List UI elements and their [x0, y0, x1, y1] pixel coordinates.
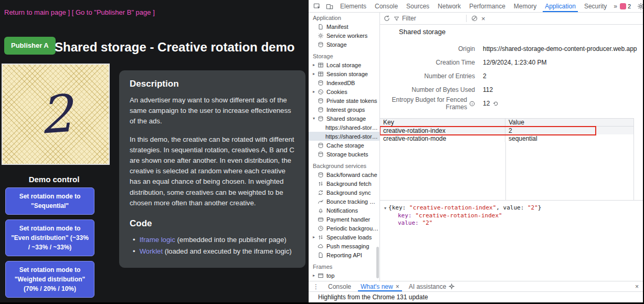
ai-spark-icon — [449, 284, 455, 289]
reset-budget-icon[interactable] — [493, 101, 499, 107]
set-even-distribution-button[interactable]: Set rotation mode to "Even distribution"… — [5, 219, 94, 256]
table-column-divider — [505, 142, 506, 200]
publisher-a-badge: Publisher A — [4, 37, 56, 55]
sidebar-item-local-storage[interactable]: ▸ Local storage — [309, 60, 379, 69]
sidebar-scrollbar[interactable] — [376, 247, 379, 278]
worklet-link[interactable]: Worklet — [140, 247, 163, 255]
sidebar-item-storage-buckets[interactable]: Storage buckets — [309, 150, 379, 159]
sidebar-item-top-frame[interactable]: ▸ top — [309, 271, 379, 280]
tab-security[interactable]: Security — [580, 0, 611, 12]
tab-application[interactable]: Application — [541, 0, 580, 12]
return-main-page-link[interactable]: Return to main page ] — [4, 8, 70, 16]
close-drawer-icon[interactable]: × — [635, 283, 639, 290]
drawer-tab-console[interactable]: Console — [323, 281, 356, 291]
tab-elements[interactable]: Elements — [336, 0, 371, 12]
filter-funnel-icon — [394, 16, 399, 22]
bell-icon — [318, 207, 324, 214]
refresh-icon[interactable] — [383, 15, 390, 22]
inspect-element-icon[interactable] — [311, 0, 323, 12]
frame-icon — [318, 272, 324, 279]
meta-row-bytes-used: Number of Bytes Used 112 — [380, 86, 493, 94]
sidebar-item-cache-storage[interactable]: Cache storage — [309, 141, 379, 150]
publisher-b-link[interactable]: [ Go to "Publisher B" page ] — [72, 8, 155, 16]
delete-all-icon[interactable] — [471, 15, 478, 22]
worklet-note: (loaded and executed by the iframe logic… — [163, 247, 292, 255]
table-icon — [318, 62, 324, 68]
set-weighted-distribution-button[interactable]: Set rotation mode to "Weighted distribut… — [5, 261, 94, 298]
meta-row-entropy-budget: Entropy Budget for Fenced Frames 12 — [380, 99, 499, 108]
shared-storage-content: Shared storage Origin https://shared-sto… — [380, 25, 643, 281]
table-header: Key Value — [380, 119, 634, 127]
code-links-list: Iframe logic (embedded into the publishe… — [133, 235, 295, 257]
more-tabs-chevron-icon[interactable]: » — [611, 0, 620, 12]
sidebar-item-background-sync[interactable]: Background sync — [309, 188, 379, 197]
issues-count: 2 — [628, 3, 631, 9]
sidebar-item-session-storage[interactable]: ▸ Session storage — [309, 69, 379, 78]
description-panel: Description An advertiser may want to sh… — [119, 70, 305, 268]
drawer-tab-ai-assistance[interactable]: AI assistance — [404, 281, 459, 291]
database-icon — [318, 98, 324, 104]
column-header-value[interactable]: Value — [505, 119, 634, 126]
tab-memory[interactable]: Memory — [510, 0, 541, 12]
table-row-creative-rotation-mode[interactable]: creative-rotation-mode sequential — [380, 134, 634, 142]
sidebar-item-push-messaging[interactable]: Push messaging — [309, 242, 379, 250]
set-sequential-button[interactable]: Set rotation mode to "Sequential" — [5, 187, 94, 215]
sidebar-item-notifications[interactable]: Notifications — [309, 206, 379, 215]
sidebar-item-storage[interactable]: Storage — [309, 40, 379, 49]
drawer-menu-icon[interactable]: ⋮ — [309, 281, 323, 291]
sidebar-item-background-fetch[interactable]: Background fetch — [309, 179, 379, 188]
sidebar-item-shared-storage-origin-1[interactable]: https://shared-storage… — [309, 123, 379, 132]
sidebar-item-cookies[interactable]: ▸ Cookies — [309, 87, 379, 96]
database-icon — [318, 142, 324, 149]
issues-badge[interactable]: 2 — [620, 3, 631, 9]
tab-performance[interactable]: Performance — [465, 0, 510, 12]
table-row-creative-rotation-index[interactable]: creative-rotation-index 2 — [380, 127, 634, 134]
tab-console[interactable]: Console — [371, 0, 402, 12]
creative-number: 2 — [37, 87, 73, 141]
delete-selected-icon[interactable]: × — [481, 15, 485, 22]
sidebar-item-service-workers[interactable]: Service workers — [309, 31, 379, 40]
drawer-tab-whats-new[interactable]: What's new × — [356, 281, 404, 291]
ad-creative: 2 — [2, 64, 110, 165]
sidebar-item-manifest[interactable]: Manifest — [309, 22, 379, 31]
sidebar-item-private-state-tokens[interactable]: Private state tokens — [309, 96, 379, 105]
meta-row-creation-time: Creation Time 12/9/2024, 1:23:40 PM — [380, 58, 546, 67]
iframe-logic-link[interactable]: Iframe logic — [140, 236, 175, 244]
twisty-expanded-icon[interactable]: ▾ — [384, 206, 386, 211]
shared-storage-heading: Shared storage — [399, 28, 446, 36]
list-item: Iframe logic (embedded into the publishe… — [133, 235, 295, 245]
table-icon — [318, 71, 324, 77]
sidebar-item-payment-handler[interactable]: Payment handler — [309, 215, 379, 224]
preview-summary-line[interactable]: ▾{key: "creative-rotation-index", value:… — [384, 204, 541, 212]
sidebar-item-shared-storage-origin-2-selected[interactable]: https://shared-storage… — [309, 132, 379, 141]
top-nav: Return to main page ] [ Go to "Publisher… — [4, 8, 155, 16]
devtools-tabbar: Elements Console Sources Network Perform… — [309, 0, 643, 13]
sidebar-item-speculative-loads[interactable]: ▸ Speculative loads — [309, 233, 379, 242]
updown-arrows-icon — [318, 181, 324, 187]
sync-icon — [318, 190, 324, 196]
preview-divider — [380, 200, 643, 201]
filter-input[interactable]: Filter — [394, 15, 462, 22]
sidebar-item-interest-groups[interactable]: Interest groups — [309, 105, 379, 114]
sidebar-item-bounce-tracking[interactable]: Bounce tracking miti… — [309, 197, 379, 206]
devtools-window: Elements Console Sources Network Perform… — [309, 0, 643, 302]
demo-control-heading: Demo control — [0, 175, 108, 184]
device-toolbar-icon[interactable] — [323, 0, 336, 12]
cookie-icon — [318, 89, 324, 95]
screenshot-root: Return to main page ] [ Go to "Publisher… — [0, 0, 644, 304]
publisher-page: Return to main page ] [ Go to "Publisher… — [0, 0, 309, 302]
tab-network[interactable]: Network — [434, 0, 465, 12]
sidebar-item-shared-storage[interactable]: ▾ Shared storage — [309, 114, 379, 123]
info-icon[interactable] — [469, 101, 475, 107]
sidebar-item-indexeddb[interactable]: IndexedDB — [309, 78, 379, 87]
close-whats-new-icon[interactable]: × — [396, 283, 399, 290]
sidebar-item-reporting-api[interactable]: Reporting API — [309, 250, 379, 259]
preview-prop-key: key: "creative-rotation-index" — [384, 212, 541, 219]
table-scrollbar-gutter — [634, 118, 634, 201]
file-icon — [318, 24, 324, 30]
description-para-2: In this demo, the creative can be rotate… — [130, 134, 295, 208]
sidebar-item-periodic-background-sync[interactable]: Periodic backgroun… — [309, 224, 379, 233]
sidebar-item-back-forward-cache[interactable]: Back/forward cache — [309, 170, 379, 179]
column-header-key[interactable]: Key — [380, 119, 505, 126]
tab-sources[interactable]: Sources — [402, 0, 434, 12]
